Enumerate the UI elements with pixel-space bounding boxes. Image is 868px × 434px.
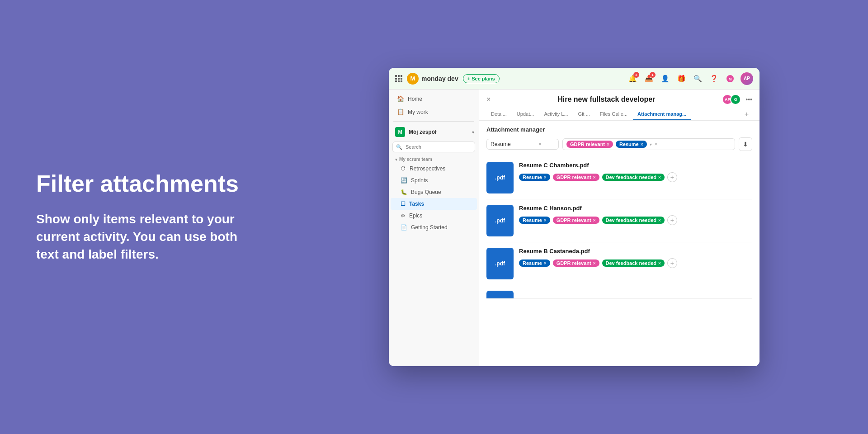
sidebar-item-epics[interactable]: ⚙ Epics (391, 210, 477, 222)
tab-updates[interactable]: Updat... (512, 108, 539, 120)
tab-git[interactable]: Git ... (574, 108, 594, 120)
workspace-left: M Mój zespół (395, 127, 436, 137)
sidebar-item-retrospectives[interactable]: ⏱ Retrospectives (391, 163, 477, 175)
workspace-icon: M (395, 127, 405, 137)
topbar-icons: 🔔 3 📥 1 👤 🎁 🔍 ❓ M AP (627, 72, 753, 85)
sidebar-item-getting-started[interactable]: 📄 Getting Started (391, 222, 477, 233)
file-tag-gdpr-close[interactable]: × (593, 261, 596, 266)
sidebar: 🏠 Home 📋 My work M Mój zespół ▾ 🔍 (389, 90, 479, 366)
file-item: .pdf Resume B Castaneda.pdf Resume × (486, 242, 752, 285)
label-filter-chevron[interactable]: ▾ (650, 142, 652, 147)
sidebar-item-home[interactable]: 🏠 Home (391, 92, 477, 105)
sidebar-item-mywork[interactable]: 📋 My work (391, 105, 477, 118)
file-tag-resume: Resume × (519, 217, 550, 224)
sidebar-home-label: Home (408, 96, 422, 102)
file-thumbnail: .pdf (486, 248, 514, 279)
file-thumb-label: .pdf (495, 217, 505, 224)
sidebar-sprints-label: Sprints (411, 177, 428, 184)
section-chevron-icon: ▾ (395, 157, 397, 162)
gift-icon[interactable]: 🎁 (675, 73, 687, 85)
tab-details[interactable]: Detai... (486, 108, 511, 120)
filter-tag-resume-close[interactable]: × (641, 142, 643, 147)
file-thumb-label: .pdf (495, 260, 505, 267)
download-button[interactable]: ⬇ (739, 137, 752, 151)
more-options-button[interactable]: ••• (745, 96, 752, 103)
file-tags: Resume × GDPR relevant × Dev feedback ne… (519, 172, 752, 182)
add-tag-button[interactable]: + (667, 258, 677, 268)
add-tag-button[interactable]: + (667, 172, 677, 182)
main-layout: 🏠 Home 📋 My work M Mój zespół ▾ 🔍 (389, 90, 760, 366)
filter-tag-gdpr: GDPR relevant × (566, 141, 613, 148)
file-tag-resume-close[interactable]: × (544, 218, 547, 223)
see-plans-button[interactable]: + See plans (463, 74, 500, 83)
file-tag-gdpr: GDPR relevant × (553, 217, 599, 224)
file-name: Resume C Hanson.pdf (519, 205, 752, 212)
add-user-icon[interactable]: 👤 (659, 73, 671, 85)
file-tag-dev-close[interactable]: × (658, 175, 661, 180)
inbox-badge: 1 (650, 72, 656, 78)
file-tag-dev-close[interactable]: × (658, 261, 661, 266)
file-tag-resume-close[interactable]: × (544, 175, 547, 180)
search-icon[interactable]: 🔍 (692, 73, 703, 85)
label-filter: GDPR relevant × Resume × ▾ × (562, 138, 735, 150)
content-area: × Hire new fullstack developer AP G ••• (479, 90, 760, 366)
tab-files-gallery[interactable]: Files Galle... (595, 108, 632, 120)
main-heading: Filter attachments (36, 170, 244, 198)
file-tag-gdpr-close[interactable]: × (593, 218, 596, 223)
file-tag-resume-close[interactable]: × (544, 261, 547, 266)
avatar-g: G (730, 94, 741, 105)
file-tag-dev: Dev feedback needed × (602, 217, 665, 224)
file-info: Resume B Castaneda.pdf Resume × GDPR rel… (519, 248, 752, 268)
text-filter-input[interactable] (491, 141, 536, 147)
file-tag-resume: Resume × (519, 174, 550, 181)
workspace-header[interactable]: M Mój zespół ▾ (389, 124, 479, 140)
brand-name: monday dev (421, 75, 458, 82)
help-icon[interactable]: ❓ (708, 73, 720, 85)
sidebar-epics-label: Epics (409, 212, 422, 219)
sidebar-section-label: ▾ My scrum team (389, 154, 479, 163)
left-section: Filter attachments Show only items relev… (0, 143, 280, 290)
brand-logo: M (407, 73, 419, 85)
filter-tag-resume: Resume × (616, 141, 647, 148)
tab-attachment-manager[interactable]: Attachment manag... (633, 108, 691, 120)
sidebar-item-bugsqueue[interactable]: 🐛 Bugs Queue (391, 186, 477, 198)
user-avatar[interactable]: AP (741, 72, 753, 85)
avatar-group: AP G (722, 94, 741, 105)
grid-menu-icon[interactable] (395, 75, 402, 82)
file-tag-gdpr-close[interactable]: × (593, 175, 596, 180)
top-bar: M monday dev + See plans 🔔 3 📥 1 👤 🎁 🔍 (389, 68, 760, 90)
app-window: M monday dev + See plans 🔔 3 📥 1 👤 🎁 🔍 (389, 68, 760, 366)
close-button[interactable]: × (486, 96, 491, 103)
filter-bar: × GDPR relevant × Resume × ▾ (486, 137, 752, 151)
file-tags: Resume × GDPR relevant × Dev feedback ne… (519, 215, 752, 225)
file-thumb-label: .pdf (495, 175, 505, 181)
add-tag-button[interactable]: + (667, 215, 677, 225)
text-filter-clear[interactable]: × (538, 141, 542, 147)
inbox-icon[interactable]: 📥 1 (643, 73, 655, 85)
tabs: Detai... Updat... Activity L... Git ... (486, 108, 752, 120)
tab-add-button[interactable]: + (741, 110, 752, 118)
sidebar-item-sprints[interactable]: 🔄 Sprints (391, 175, 477, 186)
item-title: Hire new fullstack developer (557, 95, 655, 104)
file-tag-dev-close[interactable]: × (658, 218, 661, 223)
sidebar-search-input[interactable] (392, 142, 475, 152)
file-name: Resume B Castaneda.pdf (519, 248, 752, 255)
sidebar-item-tasks[interactable]: ☐ Tasks (391, 198, 477, 210)
apps-icon[interactable]: M (724, 73, 736, 85)
file-item: .pdf Resume C Chambers.pdf Resume × (486, 156, 752, 199)
tab-activity-log[interactable]: Activity L... (539, 108, 572, 120)
file-tag-dev: Dev feedback needed × (602, 259, 665, 267)
file-tag-gdpr: GDPR relevant × (553, 259, 599, 267)
filter-tag-resume-label: Resume (619, 142, 639, 147)
filter-tag-gdpr-close[interactable]: × (607, 142, 609, 147)
sidebar-divider (393, 121, 474, 122)
file-info: Resume C Chambers.pdf Resume × GDPR rele… (519, 162, 752, 182)
label-filter-clear-all[interactable]: × (655, 141, 658, 147)
section-label-text: My scrum team (399, 157, 432, 162)
item-title-row: × Hire new fullstack developer AP G ••• (486, 94, 752, 105)
right-section: M monday dev + See plans 🔔 3 📥 1 👤 🎁 🔍 (280, 68, 868, 366)
sub-text: Show only items relevant to your current… (36, 210, 244, 264)
retrospectives-icon: ⏱ (401, 165, 406, 172)
file-info: Resume C Hanson.pdf Resume × GDPR releva… (519, 205, 752, 225)
notifications-icon[interactable]: 🔔 3 (627, 73, 638, 85)
